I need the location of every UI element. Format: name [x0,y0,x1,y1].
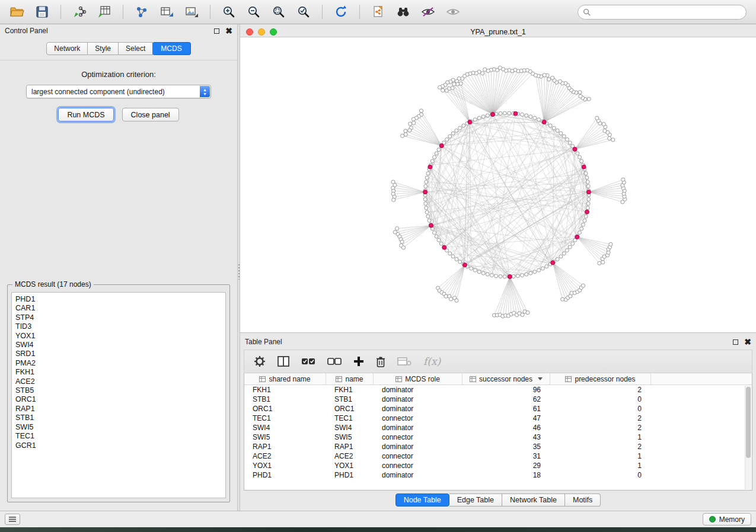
hide-selected-button[interactable] [417,2,439,21]
network-view[interactable] [240,37,756,332]
tab-style[interactable]: Style [88,42,119,55]
table-row[interactable]: TEC1TEC1connector472 [244,414,752,423]
network-canvas[interactable] [240,37,756,332]
mcds-tab-content: Optimization criterion: largest connecte… [0,60,237,132]
show-columns-icon[interactable] [277,356,289,367]
mcds-result-list[interactable]: PHD1CAR1STP4TID3YOX1SWI4SRD1PMA2FKH1ACE2… [11,292,226,498]
toolbar-separator [123,5,123,19]
mcds-node-item[interactable]: SWI4 [15,341,225,350]
mcds-node-item[interactable]: FKH1 [15,368,225,377]
open-session-button[interactable] [6,2,28,21]
tab-select[interactable]: Select [119,42,153,55]
tab-network[interactable]: Network [46,42,88,55]
table-panel-tabs: Node Table Edge Table Network Table Moti… [240,492,756,508]
import-table-button[interactable] [93,2,116,21]
mcds-node-item[interactable]: STB1 [15,414,225,422]
task-history-button[interactable] [5,514,20,525]
find-button[interactable] [392,2,414,21]
search-input[interactable] [594,8,741,16]
mcds-node-item[interactable]: ACE2 [15,377,225,386]
mcds-node-item[interactable]: TID3 [15,322,225,331]
close-panel-button[interactable]: Close panel [122,108,179,121]
toolbar-separator [322,5,323,19]
table-row[interactable]: ACE2ACE2connector311 [244,451,752,461]
table-toolbar: f(x) [244,350,752,373]
refresh-icon [334,5,348,19]
splitter-grip-icon [238,264,240,280]
save-session-button[interactable] [31,2,53,21]
column-header-shared-name[interactable]: shared name [244,373,326,384]
optimization-criterion-dropdown[interactable]: largest connected component (undirected)… [26,85,211,98]
float-panel-icon[interactable] [214,28,219,34]
mcds-node-item[interactable]: STB5 [15,386,225,395]
table-scrollbar-thumb[interactable] [746,387,751,458]
zoom-fit-button[interactable] [267,2,290,21]
mcds-node-item[interactable]: YOX1 [15,332,225,341]
network-from-table-button[interactable] [155,2,178,21]
mcds-node-item[interactable]: SWI5 [15,423,225,432]
tab-motifs[interactable]: Motifs [565,493,601,507]
table-cell: 62 [462,395,550,403]
control-panel-tabs: Network Style Select MCDS [0,42,237,55]
column-header-successor-nodes[interactable]: successor nodes [462,373,550,384]
table-row[interactable]: RAP1RAP1dominator352 [244,442,752,451]
mcds-node-item[interactable]: SRD1 [15,350,225,358]
close-panel-icon[interactable]: ✖ [225,28,232,34]
table-row[interactable]: SWI5SWI5connector431 [244,432,752,442]
mcds-node-item[interactable]: PMA2 [15,359,225,368]
deselect-all-icon[interactable] [327,357,342,366]
apply-layout-button[interactable] [330,2,352,21]
network-titlebar[interactable]: YPA_prune.txt_1 [240,27,756,37]
run-mcds-button[interactable]: Run MCDS [58,108,113,121]
table-row[interactable]: STB1STB1dominator620 [244,395,752,404]
tab-node-table[interactable]: Node Table [395,493,449,507]
export-image-button[interactable] [180,2,203,21]
memory-button[interactable]: Memory [703,513,751,525]
table-cell: STB1 [326,395,374,403]
table-cell: dominator [374,405,462,413]
zoom-selected-button[interactable] [292,2,315,21]
new-network-button[interactable] [130,2,153,21]
table-cell: 18 [462,471,550,479]
table-row[interactable]: ORC1ORC1dominator610 [244,404,752,414]
select-all-icon[interactable] [301,357,315,366]
table-cell: SWI5 [326,433,374,441]
table-scrollbar[interactable] [745,386,751,489]
column-header-name[interactable]: name [326,373,374,384]
zoom-selected-icon [296,5,311,19]
column-header-mcds-role[interactable]: MCDS role [374,373,462,384]
table-row[interactable]: FKH1FKH1dominator962 [244,385,752,395]
mcds-node-item[interactable]: TEC1 [15,432,225,441]
add-column-icon[interactable] [353,356,364,367]
delete-column-trash-icon[interactable] [376,356,385,367]
table-cell: 46 [462,424,550,432]
tab-mcds[interactable]: MCDS [152,42,190,55]
show-all-button[interactable] [442,2,464,21]
zoom-out-button[interactable] [243,2,265,21]
tab-network-table[interactable]: Network Table [502,493,565,507]
zoom-fit-icon [272,5,286,19]
tab-edge-table[interactable]: Edge Table [449,493,502,507]
copy-network-button[interactable] [367,2,390,21]
close-table-panel-icon[interactable]: ✖ [744,339,751,345]
table-row[interactable]: SWI4SWI4dominator462 [244,423,752,432]
float-table-panel-icon[interactable] [733,339,738,345]
mcds-node-item[interactable]: ORC1 [15,395,225,404]
table-settings-gear-icon[interactable] [254,355,266,367]
mcds-node-item[interactable]: RAP1 [15,405,225,414]
table-cell: 1 [550,433,651,441]
table-cell: 0 [550,471,651,479]
column-header-predecessor-nodes[interactable]: predecessor nodes [550,373,651,384]
mcds-node-item[interactable]: PHD1 [15,295,225,304]
import-network-button[interactable] [68,2,91,21]
status-bar: Memory [0,511,756,527]
zoom-in-button[interactable] [218,2,240,21]
search-box[interactable] [578,5,747,20]
mcds-node-item[interactable]: GCR1 [15,441,225,450]
mcds-node-item[interactable]: STP4 [15,313,225,322]
toolbar-separator [210,5,210,19]
table-row[interactable]: PHD1PHD1dominator180 [244,470,752,480]
mcds-node-item[interactable]: CAR1 [15,304,225,313]
table-cell: PHD1 [244,471,326,479]
table-row[interactable]: YOX1YOX1connector291 [244,461,752,470]
